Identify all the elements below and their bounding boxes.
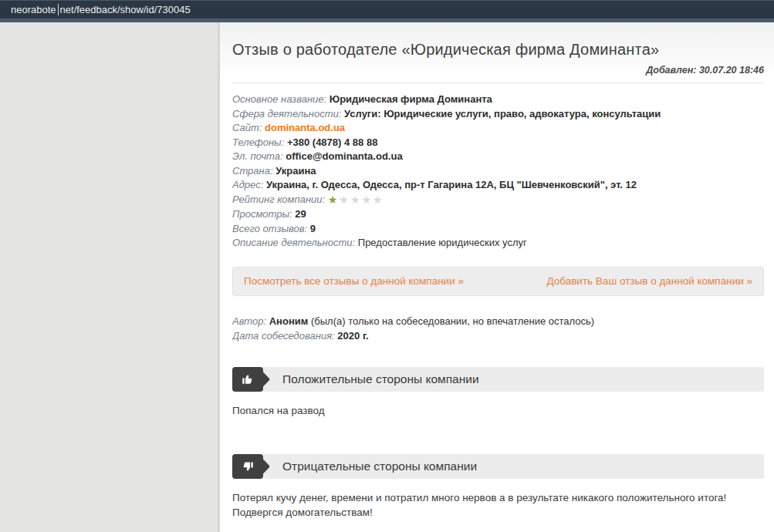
browser-url-bar[interactable]: neorabotenet/feedback/show/id/730045: [0, 0, 774, 19]
field-row-website: Сайт: dominanta.od.ua: [232, 121, 764, 136]
added-date-line: Добавлен: 30.07.20 18:46: [232, 65, 764, 83]
company-actions-bar: Посмотреть все отзывы о данной компании …: [232, 267, 764, 296]
field-row-phones: Телефоны: +380 (4878) 4 88 88: [232, 136, 764, 150]
added-value: 30.07.20 18:46: [699, 65, 764, 76]
star-rating: ★★★★★★: [328, 193, 384, 208]
review-meta: Автор: Аноним (был(а) только на собеседо…: [232, 314, 764, 343]
add-review-link[interactable]: Добавить Ваш отзыв о данной компании »: [546, 275, 752, 287]
field-row-address: Адрес: Украина, г. Одесса, Одесса, пр-т …: [232, 178, 764, 193]
company-info-list: Основное название: Юридическая фирма Дом…: [232, 93, 764, 251]
field-row-total-reviews: Всего отзывов: 9: [232, 222, 764, 237]
page-title: Отзыв о работодателе «Юридическая фирма …: [232, 41, 764, 59]
negative-review-text: Потерял кучу денег, времени и потратил м…: [232, 490, 755, 520]
thumbs-down-icon: [232, 454, 263, 479]
positive-section-title: Положительные стороны компании: [282, 372, 479, 386]
positive-section-header: Положительные стороны компании: [232, 367, 764, 392]
page-layout: Отзыв о работодателе «Юридическая фирма …: [0, 22, 774, 532]
left-sidebar: [0, 22, 220, 532]
author-row: Автор: Аноним (был(а) только на собеседо…: [232, 314, 764, 328]
negative-section-title: Отрицательные стороны компании: [282, 460, 477, 473]
interview-date-row: Дата собеседования: 2020 г.: [232, 328, 764, 343]
main-content: Отзыв о работодателе «Юридическая фирма …: [220, 22, 774, 532]
url-text-before-caret: neorabote: [11, 4, 56, 15]
negative-section-header: Отрицательные стороны компании: [232, 454, 764, 479]
thumbs-up-icon: [232, 367, 263, 392]
field-row-views: Просмотры: 29: [232, 207, 764, 222]
field-row-activity-description: Описание деятельности: Предоставление юр…: [232, 236, 764, 251]
company-website-link[interactable]: dominanta.od.ua: [265, 122, 345, 133]
field-row-activity-sphere: Сфера деятельности: Услуги: Юридические …: [232, 107, 764, 122]
positive-review-text: Попался на развод: [232, 403, 755, 418]
field-row-country: Страна: Украина: [232, 164, 764, 179]
text-caret: [58, 4, 59, 15]
added-label: Добавлен:: [646, 65, 696, 76]
field-row-main-name: Основное название: Юридическая фирма Дом…: [232, 93, 764, 107]
field-row-rating: Рейтинг компании: ★★★★★★: [232, 193, 764, 208]
view-all-reviews-link[interactable]: Посмотреть все отзывы о данной компании …: [244, 275, 464, 287]
url-text-after-caret: net/feedback/show/id/730045: [60, 4, 191, 15]
field-row-email: Эл. почта: office@dominanta.od.ua: [232, 150, 764, 164]
